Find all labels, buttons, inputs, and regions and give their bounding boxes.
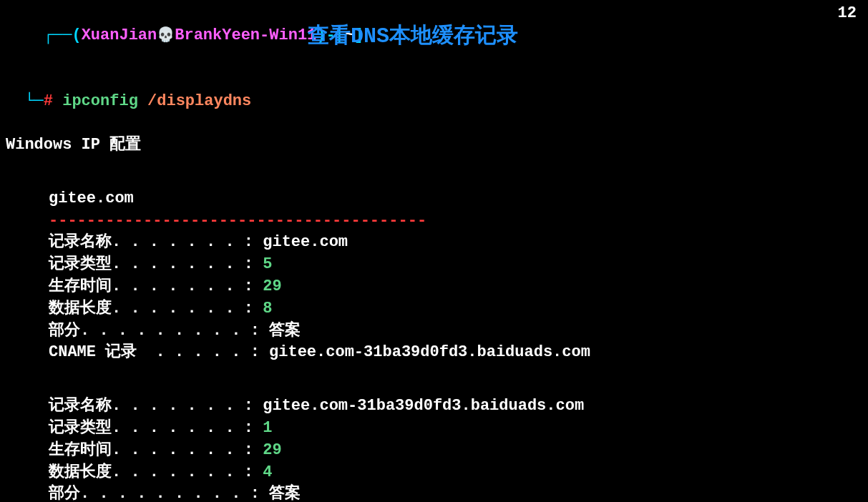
rec1-type: 记录类型. . . . . . . : 5 bbox=[6, 254, 862, 276]
prompt-bracket-open: ┌──( bbox=[44, 26, 82, 44]
rec2-len: 数据长度. . . . . . . : 4 bbox=[6, 462, 862, 484]
rec2-ttl: 生存时间. . . . . . . : 29 bbox=[6, 440, 862, 462]
prompt-user: XuanJian bbox=[82, 26, 157, 44]
prompt-hash: # bbox=[44, 92, 53, 110]
rec2-section: 部分. . . . . . . . . : 答案 bbox=[6, 483, 862, 502]
rec2-type: 记录类型. . . . . . . : 1 bbox=[6, 418, 862, 440]
command-arg: /displaydns bbox=[147, 92, 251, 110]
divider: ---------------------------------------- bbox=[6, 210, 862, 232]
skull-icon: 💀 bbox=[157, 26, 175, 46]
rec2-name: 记录名称. . . . . . . : gitee.com-31ba39d0fd… bbox=[6, 395, 862, 418]
rec1-section: 部分. . . . . . . . . : 答案 bbox=[6, 320, 862, 343]
domain-header: gitee.com bbox=[6, 188, 862, 210]
command-name: ipconfig bbox=[62, 92, 138, 110]
output-heading: Windows IP 配置 bbox=[6, 134, 862, 157]
prompt-lead: └─ bbox=[24, 92, 43, 110]
rec1-cname: CNAME 记录 . . . . . : gitee.com-31ba39d0f… bbox=[6, 342, 862, 364]
annotation-text: 查看DNS本地缓存记录 bbox=[308, 21, 518, 51]
prompt-host: BrankYeen-Win11 bbox=[175, 26, 316, 44]
top-right-number: 12 bbox=[838, 3, 857, 25]
rec1-name: 记录名称. . . . . . . : gitee.com bbox=[6, 232, 862, 254]
rec1-ttl: 生存时间. . . . . . . : 29 bbox=[6, 276, 862, 298]
rec1-len: 数据长度. . . . . . . : 8 bbox=[6, 298, 862, 320]
prompt-line-2[interactable]: └─# ipconfig /displaydns bbox=[6, 69, 862, 113]
